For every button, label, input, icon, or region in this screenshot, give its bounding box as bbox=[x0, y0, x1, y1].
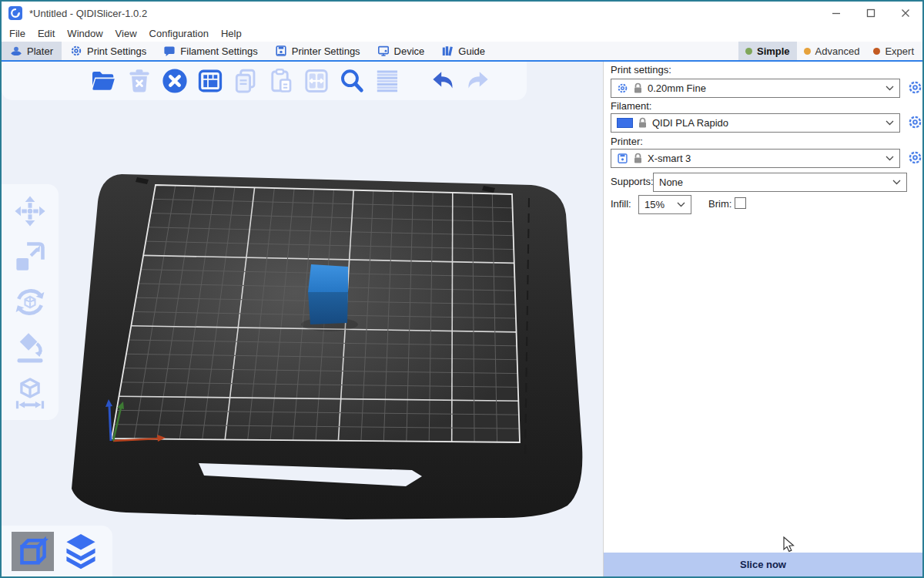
supports-label: Supports: bbox=[611, 176, 654, 188]
tab-label: Print Settings bbox=[87, 45, 146, 57]
tab-filament-settings[interactable]: Filament Settings bbox=[155, 42, 266, 60]
chevron-down-icon bbox=[886, 86, 894, 91]
move-tool-button[interactable] bbox=[12, 193, 48, 229]
printer-label: Printer: bbox=[611, 136, 643, 148]
mode-expert[interactable]: Expert bbox=[866, 42, 921, 60]
scale-tool-button[interactable] bbox=[12, 239, 48, 274]
mouse-cursor bbox=[781, 536, 796, 553]
infill-value: 15% bbox=[644, 199, 665, 210]
expert-mode-dot-icon bbox=[873, 48, 880, 55]
gear-icon bbox=[70, 45, 82, 57]
brim-checkbox[interactable] bbox=[735, 197, 746, 209]
place-on-face-tool-button[interactable] bbox=[12, 330, 48, 365]
redo-button[interactable] bbox=[464, 67, 492, 96]
layer-list-button[interactable] bbox=[373, 67, 401, 96]
mode-label: Simple bbox=[757, 45, 790, 57]
tab-label: Device bbox=[394, 45, 425, 57]
guide-icon bbox=[441, 45, 454, 57]
tab-print-settings[interactable]: Print Settings bbox=[62, 42, 155, 60]
tab-printer-settings[interactable]: Printer Settings bbox=[266, 42, 369, 60]
mode-advanced[interactable]: Advanced bbox=[797, 42, 867, 60]
print-settings-value: 0.20mm Fine bbox=[648, 82, 706, 94]
menu-help[interactable]: Help bbox=[221, 28, 242, 39]
cube-view-icon bbox=[16, 535, 50, 567]
delete-button[interactable] bbox=[125, 67, 153, 96]
tab-label: Printer Settings bbox=[292, 45, 360, 57]
print-settings-combo[interactable]: 0.20mm Fine bbox=[611, 79, 900, 98]
chevron-down-icon bbox=[886, 156, 894, 161]
tab-label: Guide bbox=[458, 45, 485, 57]
filament-value: QIDI PLA Rapido bbox=[652, 117, 728, 129]
edit-printer-button[interactable] bbox=[908, 150, 922, 165]
tab-device[interactable]: Device bbox=[369, 42, 434, 60]
menu-file[interactable]: File bbox=[9, 28, 25, 39]
mode-selector: Simple Advanced Expert bbox=[738, 42, 922, 60]
brim-label: Brim: bbox=[708, 198, 732, 210]
maximize-button[interactable] bbox=[853, 2, 888, 25]
print-settings-label: Print settings: bbox=[611, 64, 671, 76]
filament-color-swatch bbox=[617, 118, 633, 128]
copy-button[interactable] bbox=[231, 67, 259, 96]
viewport-toolbar bbox=[2, 62, 527, 100]
undo-button[interactable] bbox=[428, 67, 457, 96]
preview-layers-view-button[interactable] bbox=[59, 532, 102, 571]
tab-label: Plater bbox=[27, 45, 53, 57]
view-mode-buttons bbox=[2, 526, 112, 576]
tab-bar: Plater Print Settings Filament Settings … bbox=[2, 42, 922, 62]
3d-editor-view-button[interactable] bbox=[12, 532, 54, 571]
infill-label: Infill: bbox=[611, 198, 631, 210]
chevron-down-icon bbox=[677, 202, 685, 207]
slice-now-button[interactable]: Slice now bbox=[604, 553, 922, 576]
gear-icon bbox=[617, 82, 628, 94]
plater-icon bbox=[10, 45, 22, 57]
app-logo-icon bbox=[8, 6, 22, 20]
filament-icon bbox=[163, 45, 176, 57]
menu-window[interactable]: Window bbox=[67, 28, 102, 39]
model-cube-front-face bbox=[308, 292, 348, 324]
filament-combo[interactable]: QIDI PLA Rapido bbox=[611, 113, 900, 133]
measure-tool-button[interactable] bbox=[12, 375, 48, 411]
window-controls bbox=[819, 2, 922, 25]
lock-icon bbox=[633, 153, 643, 164]
mode-label: Expert bbox=[885, 45, 914, 57]
delete-all-button[interactable] bbox=[160, 67, 189, 96]
mode-simple[interactable]: Simple bbox=[738, 42, 797, 60]
lock-icon bbox=[633, 82, 643, 94]
supports-combo[interactable]: None bbox=[653, 173, 907, 192]
tab-guide[interactable]: Guide bbox=[433, 42, 494, 60]
printer-icon bbox=[275, 45, 287, 57]
lock-icon bbox=[638, 117, 648, 129]
printer-value: X-smart 3 bbox=[648, 153, 691, 164]
filament-label: Filament: bbox=[611, 100, 651, 113]
app-window: *Untitled - QIDISlicer-1.0.2 File Edit W… bbox=[0, 0, 924, 578]
edit-print-settings-button[interactable] bbox=[908, 80, 922, 95]
paste-button[interactable] bbox=[266, 67, 295, 96]
build-plate-scene bbox=[2, 62, 603, 576]
title-bar: *Untitled - QIDISlicer-1.0.2 bbox=[2, 2, 922, 25]
tab-plater[interactable]: Plater bbox=[2, 42, 62, 60]
3d-viewport[interactable] bbox=[2, 62, 603, 576]
search-button[interactable] bbox=[337, 67, 366, 96]
infill-combo[interactable]: 15% bbox=[638, 195, 691, 214]
object-tools-toolbar bbox=[2, 184, 59, 420]
edit-filament-button[interactable] bbox=[908, 115, 922, 129]
rotate-tool-button[interactable] bbox=[12, 284, 48, 320]
minimize-button[interactable] bbox=[819, 2, 853, 25]
split-view-button[interactable] bbox=[302, 67, 330, 96]
printer-icon bbox=[617, 153, 628, 164]
layers-icon bbox=[63, 532, 99, 570]
simple-mode-dot-icon bbox=[745, 48, 752, 55]
menu-view[interactable]: View bbox=[116, 28, 137, 39]
mode-label: Advanced bbox=[815, 45, 860, 57]
menu-edit[interactable]: Edit bbox=[38, 28, 55, 39]
settings-sidebar: Print settings: 0.20mm Fine Fi bbox=[603, 62, 922, 576]
menu-configuration[interactable]: Configuration bbox=[149, 28, 209, 39]
menu-bar: File Edit Window View Configuration Help bbox=[2, 25, 922, 42]
device-icon bbox=[377, 45, 390, 57]
arrange-button[interactable] bbox=[196, 67, 224, 96]
model-cube-top-face bbox=[308, 264, 348, 292]
close-button[interactable] bbox=[888, 2, 922, 25]
open-file-button[interactable] bbox=[89, 67, 118, 96]
advanced-mode-dot-icon bbox=[804, 48, 811, 55]
printer-combo[interactable]: X-smart 3 bbox=[611, 149, 900, 168]
